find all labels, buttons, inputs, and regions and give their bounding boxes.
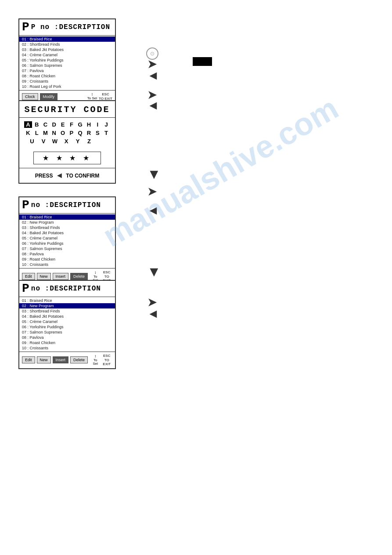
letter-M[interactable]: M <box>41 130 49 136</box>
list-item[interactable]: 03 : Baked Jkt Potatoes <box>19 47 115 52</box>
letter-Z[interactable]: Z <box>85 138 93 145</box>
arrow-left-1: ◄ <box>147 69 159 82</box>
list-item[interactable]: 08 : Pavlova <box>19 335 115 340</box>
letter-P[interactable]: P <box>68 130 76 136</box>
list-item[interactable]: 06 : Salmon Supremes <box>19 63 115 68</box>
panel-description-1: P P no :DESCRIPTION 01 : Braised Rice 02… <box>18 18 116 103</box>
arrow-down-2: ▼ <box>147 265 161 279</box>
enter-icon: ◄ <box>56 171 64 180</box>
list-item[interactable]: 08 : Roast Chicken <box>19 73 115 79</box>
letter-E[interactable]: E <box>59 121 67 128</box>
letter-I[interactable]: I <box>94 121 101 128</box>
nav-arrows: ↕ To Sel <box>87 92 97 101</box>
letter-K[interactable]: K <box>24 130 32 136</box>
list-item[interactable]: 08 : Pavlova <box>19 251 115 257</box>
security-row-1: A B C D E F G H I J <box>24 121 111 128</box>
new-button-4[interactable]: New <box>37 356 51 363</box>
security-row-3: U V W X Y Z <box>24 138 111 145</box>
insert-button-4[interactable]: Insert <box>53 356 69 363</box>
list-item[interactable]: 10 : Croissants <box>19 262 115 267</box>
list-item[interactable]: 10 : Croissants <box>19 345 115 351</box>
letter-S[interactable]: S <box>94 130 101 136</box>
panel-security-code: SECURITY CODE A B C D E F G H I J K L M … <box>18 100 116 184</box>
list-item[interactable]: 05 : Yorkshire Puddings <box>19 58 115 63</box>
arrow-left-3: ◄ <box>147 204 159 217</box>
letter-V[interactable]: V <box>40 138 47 145</box>
list-item[interactable]: 09 : Roast Chicken <box>19 340 115 345</box>
new-button[interactable]: New <box>37 273 51 280</box>
list-item[interactable]: 05 : Crème Caramel <box>19 319 115 324</box>
letter-Q[interactable]: Q <box>76 130 84 136</box>
insert-button[interactable]: Insert <box>53 273 69 280</box>
arrow-left-2: ◄ <box>147 99 159 112</box>
list-item[interactable]: 09 : Croissants <box>19 79 115 84</box>
nav-arrows-4: ↕ To Sel <box>91 354 99 366</box>
list-item[interactable]: 10 : Roast Leg of Pork <box>19 84 115 89</box>
list-item[interactable]: 07 : Salmon Supremes <box>19 330 115 335</box>
letter-C[interactable]: C <box>41 121 49 128</box>
letter-U[interactable]: U <box>28 138 36 145</box>
letter-G[interactable]: G <box>76 121 84 128</box>
letter-B[interactable]: B <box>33 121 41 128</box>
list-item[interactable]: 01 : Braised Rice <box>19 298 115 303</box>
clock-button[interactable]: Clock <box>22 93 38 100</box>
list-item[interactable]: 07 : Salmon Supremes <box>19 246 115 251</box>
letter-H[interactable]: H <box>85 121 93 128</box>
security-row-2: K L M N O P Q R S T <box>24 130 111 136</box>
panel-1-title: P no :DESCRIPTION <box>31 23 110 31</box>
list-item[interactable]: 04 : Baked Jkt Potatoes <box>19 230 115 236</box>
letter-W[interactable]: W <box>51 138 59 145</box>
security-stars: ★ ★ ★ ★ <box>33 152 101 164</box>
list-item[interactable]: 01 : Braised Rice <box>19 36 115 42</box>
letter-T[interactable]: T <box>102 130 110 136</box>
list-item[interactable]: 02 : Shortbread Finds <box>19 42 115 47</box>
panel-3-header: P no :DESCRIPTION <box>19 197 115 214</box>
list-item[interactable]: 07 : Pavlova <box>19 68 115 73</box>
list-item[interactable]: 03 : Shortbread Finds <box>19 225 115 230</box>
arrow-right-3: ➤ <box>147 185 157 198</box>
delete-button[interactable]: Delete <box>70 273 88 280</box>
panel-4-title: no :DESCRIPTION <box>31 285 101 293</box>
black-rectangle <box>193 57 212 66</box>
arrow-left-4: ◄ <box>147 308 159 320</box>
panel-description-4: P no :DESCRIPTION 01 : Braised Rice 02 :… <box>18 280 116 369</box>
p-letter-1: P <box>22 21 29 33</box>
panel-4-header: P no :DESCRIPTION <box>19 281 115 297</box>
to-sel-label-4: To Sel <box>91 359 99 366</box>
letter-Y[interactable]: Y <box>74 138 82 145</box>
confirm-label: TO CONFIRM <box>66 173 99 179</box>
list-item[interactable]: 02 : New Program <box>19 220 115 225</box>
letter-N[interactable]: N <box>50 130 58 136</box>
delete-button-4[interactable]: Delete <box>70 356 88 363</box>
modify-button[interactable]: Modify <box>40 93 58 100</box>
panel-4-list: 01 : Braised Rice 02 : New Program 03 : … <box>19 297 115 352</box>
list-item[interactable]: 04 : Crème Caramel <box>19 52 115 58</box>
letter-O[interactable]: O <box>59 130 67 136</box>
panel-4-footer: Edit New Insert Delete ↕ To Sel ESC TO E… <box>19 352 115 368</box>
list-item[interactable]: 09 : Roast Chicken <box>19 257 115 262</box>
panel-description-3: P no :DESCRIPTION 01 : Braised Rice 02 :… <box>18 196 116 286</box>
letter-R[interactable]: R <box>85 130 93 136</box>
list-item[interactable]: 02 : New Program <box>19 303 115 308</box>
letter-X[interactable]: X <box>62 138 70 145</box>
panel-3-title: no :DESCRIPTION <box>31 201 101 209</box>
letter-D[interactable]: D <box>50 121 58 128</box>
edit-button-4[interactable]: Edit <box>22 356 35 363</box>
p-letter-4: P <box>22 283 29 295</box>
list-item[interactable]: 05 : Crème Caramel <box>19 236 115 241</box>
letter-F[interactable]: F <box>68 121 76 128</box>
list-item[interactable]: 06 : Yorkshire Puddings <box>19 241 115 246</box>
letter-A[interactable]: A <box>24 121 32 128</box>
list-item[interactable]: 01 : Braised Rice <box>19 214 115 220</box>
p-letter-3: P <box>22 199 29 211</box>
letter-L[interactable]: L <box>33 130 41 136</box>
list-item[interactable]: 04 : Baked Jkt Potatoes <box>19 314 115 319</box>
list-item[interactable]: 03 : Shortbread Finds <box>19 308 115 314</box>
edit-button[interactable]: Edit <box>22 273 35 280</box>
letter-J[interactable]: J <box>102 121 110 128</box>
security-letters: A B C D E F G H I J K L M N O P Q R S T … <box>19 118 115 148</box>
list-item[interactable]: 06 : Yorkshire Puddings <box>19 324 115 330</box>
panel-1-list: 01 : Braised Rice 02 : Shortbread Finds … <box>19 36 115 90</box>
security-title: SECURITY CODE <box>19 101 115 118</box>
esc-label: ESC TO EXIT <box>99 92 112 101</box>
